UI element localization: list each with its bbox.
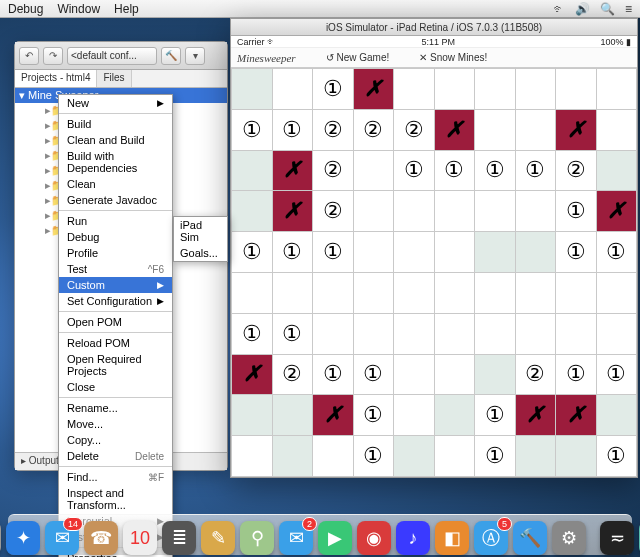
grid-cell[interactable]: [475, 191, 516, 232]
dock-mail[interactable]: ✉14: [45, 521, 79, 555]
grid-cell[interactable]: [434, 313, 475, 354]
ctx-reload-pom[interactable]: Reload POM: [59, 335, 172, 351]
ctx-set-config[interactable]: Set Configuration▶: [59, 293, 172, 309]
grid-cell[interactable]: [394, 354, 435, 395]
dock-itunes[interactable]: ♪: [396, 521, 430, 555]
dock-maps[interactable]: ⚲: [240, 521, 274, 555]
minesweeper-grid[interactable]: ①✗①①②②②✗✗✗②①①①①②✗②①✗①①①①①①①✗②①①②①①✗①①✗✗①…: [231, 68, 637, 477]
grid-cell[interactable]: [515, 313, 556, 354]
grid-cell[interactable]: [353, 150, 394, 191]
ctx-close[interactable]: Close: [59, 379, 172, 395]
grid-cell[interactable]: ①: [313, 354, 354, 395]
ctx-build[interactable]: Build: [59, 116, 172, 132]
grid-cell[interactable]: ①: [434, 150, 475, 191]
ctx-debug[interactable]: Debug: [59, 229, 172, 245]
show-mines-button[interactable]: ✕ Snow Mines!: [419, 52, 487, 63]
grid-cell[interactable]: ①: [272, 109, 313, 150]
ctx-build-deps[interactable]: Build with Dependencies: [59, 148, 172, 176]
dock-xcode[interactable]: 🔨: [513, 521, 547, 555]
grid-cell[interactable]: ②: [313, 191, 354, 232]
grid-cell[interactable]: [434, 191, 475, 232]
grid-cell[interactable]: ✗: [353, 69, 394, 110]
tb-more-button[interactable]: ▾: [185, 47, 205, 65]
grid-cell[interactable]: [272, 395, 313, 436]
grid-cell[interactable]: [596, 69, 637, 110]
grid-cell[interactable]: ①: [313, 69, 354, 110]
grid-cell[interactable]: ①: [475, 436, 516, 477]
new-game-button[interactable]: ↺ New Game!: [326, 52, 390, 63]
ctx-gen-javadoc[interactable]: Generate Javadoc: [59, 192, 172, 208]
grid-cell[interactable]: [596, 150, 637, 191]
grid-cell[interactable]: [596, 109, 637, 150]
dock-messages[interactable]: ✉2: [279, 521, 313, 555]
ctx-run[interactable]: Run: [59, 213, 172, 229]
grid-cell[interactable]: ②: [313, 150, 354, 191]
grid-cell[interactable]: [394, 69, 435, 110]
grid-cell[interactable]: [272, 436, 313, 477]
tab-files[interactable]: Files: [97, 70, 131, 87]
grid-cell[interactable]: ①: [353, 354, 394, 395]
dock-facetime[interactable]: ▶: [318, 521, 352, 555]
dock-safari[interactable]: ✦: [6, 521, 40, 555]
grid-cell[interactable]: [556, 313, 597, 354]
grid-cell[interactable]: [313, 272, 354, 313]
ctx-delete[interactable]: DeleteDelete: [59, 448, 172, 464]
grid-cell[interactable]: ①: [596, 354, 637, 395]
grid-cell[interactable]: ①: [515, 150, 556, 191]
grid-cell[interactable]: [556, 436, 597, 477]
grid-cell[interactable]: [475, 109, 516, 150]
grid-cell[interactable]: ②: [394, 109, 435, 150]
grid-cell[interactable]: [434, 395, 475, 436]
grid-cell[interactable]: [313, 436, 354, 477]
dock-monitor[interactable]: ≂: [600, 521, 634, 555]
ctx-move[interactable]: Move...: [59, 416, 172, 432]
grid-cell[interactable]: ①: [596, 232, 637, 273]
grid-cell[interactable]: ②: [353, 109, 394, 150]
ctx-profile[interactable]: Profile: [59, 245, 172, 261]
grid-cell[interactable]: [475, 313, 516, 354]
grid-cell[interactable]: ②: [272, 354, 313, 395]
dock-notes[interactable]: ✎: [201, 521, 235, 555]
grid-cell[interactable]: ✗: [515, 395, 556, 436]
grid-cell[interactable]: ①: [232, 232, 273, 273]
grid-cell[interactable]: [434, 436, 475, 477]
grid-cell[interactable]: ✗: [313, 395, 354, 436]
dock-contacts[interactable]: ☎: [84, 521, 118, 555]
grid-cell[interactable]: [596, 272, 637, 313]
dock-photobooth[interactable]: ◉: [357, 521, 391, 555]
grid-cell[interactable]: ①: [272, 232, 313, 273]
grid-cell[interactable]: ①: [353, 395, 394, 436]
dock-preferences[interactable]: ⚙: [552, 521, 586, 555]
grid-cell[interactable]: [475, 232, 516, 273]
grid-cell[interactable]: [232, 191, 273, 232]
grid-cell[interactable]: [515, 272, 556, 313]
grid-cell[interactable]: ②: [515, 354, 556, 395]
grid-cell[interactable]: [353, 313, 394, 354]
grid-cell[interactable]: [515, 69, 556, 110]
tab-projects[interactable]: Projects - html4: [15, 70, 97, 87]
ctx-clean[interactable]: Clean: [59, 176, 172, 192]
grid-cell[interactable]: ✗: [556, 395, 597, 436]
grid-cell[interactable]: [232, 395, 273, 436]
ctx-open-required[interactable]: Open Required Projects: [59, 351, 172, 379]
grid-cell[interactable]: [475, 272, 516, 313]
ctx-sub-goals[interactable]: Goals...: [174, 245, 227, 261]
grid-cell[interactable]: [596, 395, 637, 436]
grid-cell[interactable]: [394, 313, 435, 354]
grid-cell[interactable]: [313, 313, 354, 354]
dock-launchpad[interactable]: ⊞: [0, 521, 1, 555]
dock-ibooks[interactable]: ◧: [435, 521, 469, 555]
grid-cell[interactable]: ①: [232, 313, 273, 354]
ctx-copy[interactable]: Copy...: [59, 432, 172, 448]
ctx-find[interactable]: Find...⌘F: [59, 469, 172, 485]
grid-cell[interactable]: [556, 69, 597, 110]
menu-debug[interactable]: Debug: [8, 2, 43, 16]
grid-cell[interactable]: [232, 272, 273, 313]
tb-undo-button[interactable]: ↶: [19, 47, 39, 65]
grid-cell[interactable]: [394, 272, 435, 313]
ctx-rename[interactable]: Rename...: [59, 400, 172, 416]
wifi-icon[interactable]: ᯤ: [553, 2, 565, 16]
grid-cell[interactable]: [272, 69, 313, 110]
grid-cell[interactable]: [475, 354, 516, 395]
grid-cell[interactable]: [515, 109, 556, 150]
